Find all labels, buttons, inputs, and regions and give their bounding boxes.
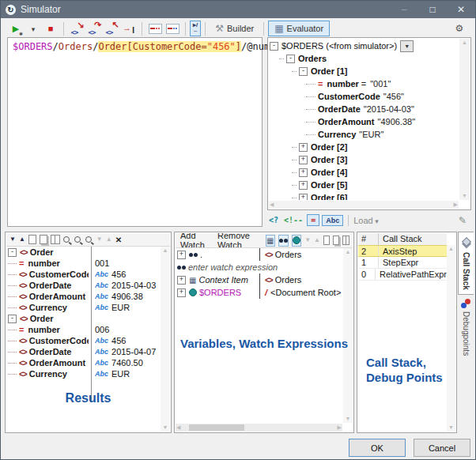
results-row[interactable]: Order	[6, 313, 160, 324]
search-next-icon[interactable]	[74, 236, 81, 243]
call-stack-row[interactable]: 0RelativePathExpr	[358, 269, 447, 281]
copy-icon[interactable]	[323, 236, 330, 245]
load-dropdown[interactable]: Load	[353, 216, 379, 225]
expand-icon[interactable]	[177, 251, 186, 259]
step-into-button[interactable]	[69, 21, 85, 36]
watch-row[interactable]: Context ItemOrders	[176, 273, 342, 286]
show-watches-toggle[interactable]	[278, 235, 289, 247]
remove-watch-button[interactable]: Remove Watch	[216, 233, 263, 248]
show-text-toggle[interactable]: Abc	[322, 215, 343, 226]
horizontal-scrollbar[interactable]	[269, 201, 459, 209]
collapse-icon[interactable]	[286, 55, 295, 63]
stop-button[interactable]	[43, 21, 59, 36]
expand-icon[interactable]	[299, 168, 308, 177]
expand-icon[interactable]	[299, 194, 308, 201]
show-pi-toggle[interactable]: <?	[267, 215, 280, 225]
source-tree-row[interactable]: Order [1]	[270, 65, 459, 77]
close-button[interactable]: ✕	[447, 1, 475, 18]
copy-table-icon[interactable]	[51, 235, 60, 244]
scroll-down-icon[interactable]	[448, 424, 455, 432]
results-row[interactable]: OrderDateAbc2015-04-03	[6, 280, 160, 291]
watch-row[interactable]: .Orders	[176, 248, 342, 261]
scroll-right-icon[interactable]	[337, 424, 342, 432]
add-watch-button[interactable]: Add Watch	[179, 233, 213, 248]
source-tree-row[interactable]: Order [5]	[270, 179, 459, 191]
copy-table-icon[interactable]	[342, 236, 349, 245]
show-comments-toggle[interactable]: <!--	[282, 215, 304, 225]
copy-icon[interactable]	[28, 235, 36, 244]
collapse-icon[interactable]	[299, 67, 308, 76]
expand-icon[interactable]	[299, 143, 308, 152]
vertical-scrollbar[interactable]	[447, 245, 455, 432]
step-out-button[interactable]	[104, 21, 119, 36]
expression-editor-panel[interactable]: $ORDERS/Orders/Order[CustomerCode="456"]…	[7, 37, 263, 227]
source-tree-row[interactable]: OrderDate"2015-04-03"	[270, 103, 459, 115]
source-tree-row[interactable]: CustomerCode"456"	[270, 90, 459, 103]
collapse-icon[interactable]	[8, 248, 17, 257]
results-row[interactable]: OrderDateAbc2015-04-07	[6, 346, 160, 357]
scrollbar-thumb[interactable]	[189, 424, 244, 431]
expand-icon[interactable]	[177, 288, 186, 297]
ok-button[interactable]: OK	[349, 439, 406, 457]
copy-all-icon[interactable]	[333, 236, 339, 245]
source-tree-row[interactable]: Currency"EUR"	[270, 128, 459, 141]
results-row[interactable]: number006	[6, 324, 160, 335]
watch-row[interactable]: $ORDERS<Document Root>	[176, 286, 342, 299]
run-button[interactable]	[8, 21, 24, 36]
source-tree-row[interactable]: Order [3]	[270, 153, 459, 166]
results-row[interactable]: CurrencyAbcEUR	[6, 302, 160, 313]
scroll-up-icon[interactable]	[448, 245, 455, 253]
remove-breakpoints-button[interactable]	[164, 21, 180, 36]
source-tree-row[interactable]: OrderAmount"4906.38"	[270, 115, 459, 128]
insert-breakpoint-button[interactable]	[147, 21, 163, 36]
results-row[interactable]: OrderAmountAbc7460.50	[6, 357, 160, 368]
expand-icon[interactable]	[299, 156, 308, 164]
source-selector-dropdown[interactable]	[400, 40, 414, 52]
evaluate-on-typing-toggle[interactable]	[190, 21, 201, 36]
cancel-button[interactable]: Cancel	[414, 439, 470, 457]
minimize-button[interactable]: –	[390, 1, 418, 18]
maximize-button[interactable]: □	[418, 1, 447, 18]
source-tree-row[interactable]: Order [2]	[270, 141, 459, 153]
collapse-icon[interactable]	[270, 42, 278, 51]
call-stack-row[interactable]: 2AxisStep	[358, 245, 447, 257]
previous-result-icon[interactable]	[19, 236, 25, 243]
results-row[interactable]: CurrencyAbcEUR	[6, 368, 160, 379]
results-row[interactable]: CustomerCodeAbc456	[6, 335, 160, 346]
show-attributes-toggle[interactable]: =	[307, 214, 319, 226]
show-variables-toggle[interactable]	[292, 235, 301, 247]
scroll-up-icon[interactable]	[461, 39, 468, 47]
scroll-right-icon[interactable]	[453, 201, 459, 209]
collapse-icon[interactable]	[8, 315, 17, 323]
search-icon[interactable]	[63, 236, 70, 243]
scroll-left-icon[interactable]	[269, 201, 274, 209]
call-stack-row[interactable]: 1StepExpr	[358, 257, 447, 269]
tab-debugpoints[interactable]: Debugpoints	[458, 295, 474, 360]
scroll-up-icon[interactable]	[162, 247, 169, 255]
builder-button[interactable]: Builder	[210, 21, 259, 36]
scroll-down-icon[interactable]	[461, 192, 468, 200]
scroll-up-icon[interactable]	[345, 248, 352, 256]
next-result-icon[interactable]	[9, 236, 16, 243]
scroll-down-icon[interactable]	[345, 415, 352, 423]
show-context-toggle[interactable]	[266, 235, 275, 247]
source-tree-row[interactable]: Order [6]	[270, 191, 459, 200]
horizontal-scrollbar[interactable]	[176, 424, 342, 432]
vertical-scrollbar[interactable]	[343, 248, 353, 423]
settings-button[interactable]	[451, 21, 467, 36]
tab-call-stack[interactable]: Call Stack	[458, 232, 474, 295]
results-row[interactable]: Order	[6, 247, 160, 258]
results-row[interactable]: number001	[6, 258, 160, 269]
search-previous-icon[interactable]	[85, 236, 92, 243]
edit-source-icon[interactable]	[459, 215, 467, 226]
copy-all-icon[interactable]	[40, 235, 47, 244]
evaluator-button[interactable]: Evaluator	[268, 21, 330, 36]
run-to-cursor-button[interactable]	[121, 21, 137, 36]
watch-row[interactable]: enter watch expression	[176, 261, 342, 273]
source-tree-row[interactable]: Orders	[270, 52, 459, 65]
xpath-expression[interactable]: $ORDERS/Orders/Order[CustomerCode="456"]…	[8, 38, 262, 55]
expand-icon[interactable]	[299, 181, 308, 190]
clear-results-icon[interactable]	[115, 235, 122, 244]
source-tree-row[interactable]: Order [4]	[270, 166, 459, 179]
vertical-scrollbar[interactable]	[459, 39, 470, 200]
